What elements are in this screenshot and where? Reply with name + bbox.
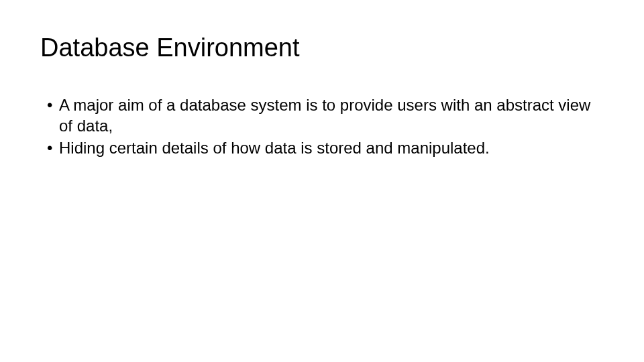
list-item: A major aim of a database system is to p… [47, 95, 604, 136]
list-item: Hiding certain details of how data is st… [47, 137, 604, 158]
slide-title: Database Environment [40, 34, 604, 62]
bullet-list: A major aim of a database system is to p… [40, 95, 604, 159]
